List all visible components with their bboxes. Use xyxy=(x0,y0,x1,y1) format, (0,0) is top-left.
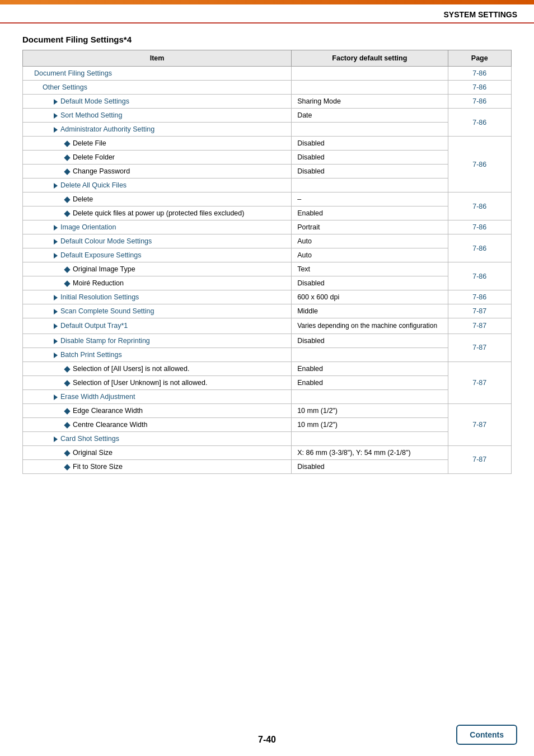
item-label: Delete Folder xyxy=(73,153,115,161)
item-label[interactable]: Sort Method Setting xyxy=(60,111,122,119)
item-label[interactable]: Delete All Quick Files xyxy=(60,181,127,189)
page-ref: 7-86 xyxy=(448,290,512,304)
arrow-icon xyxy=(54,225,58,231)
factory-value: Text xyxy=(292,262,448,276)
factory-value xyxy=(292,81,448,95)
col-factory: Factory default setting xyxy=(292,50,448,67)
section-title: Document Filing Settings*4 xyxy=(22,35,512,44)
table-row: Selection of [User Unknown] is not allow… xyxy=(23,375,292,389)
col-item: Item xyxy=(23,50,292,67)
settings-table: Item Factory default setting Page Docume… xyxy=(22,50,512,474)
factory-value: Disabled xyxy=(292,165,448,179)
item-label[interactable]: Default Exposure Settings xyxy=(60,251,142,259)
item-label[interactable]: Administrator Authority Setting xyxy=(60,125,154,133)
col-page: Page xyxy=(448,50,512,67)
arrow-icon xyxy=(54,323,58,329)
diamond-icon xyxy=(64,266,70,273)
arrow-icon xyxy=(54,309,58,314)
item-label[interactable]: Other Settings xyxy=(43,83,87,91)
item-label[interactable]: Default Output Tray*1 xyxy=(60,322,128,330)
table-row: Card Shot Settings xyxy=(23,431,292,445)
diamond-icon xyxy=(64,168,70,175)
table-row: Document Filing Settings xyxy=(23,67,292,81)
page-ref: 7-86 xyxy=(448,262,512,290)
table-row: Delete File xyxy=(23,137,292,151)
page-ref: 7-86 xyxy=(448,95,512,109)
page-number: 7-40 xyxy=(184,735,350,745)
table-row: Delete All Quick Files xyxy=(23,179,292,192)
table-row: Scan Complete Sound Setting xyxy=(23,304,292,318)
diamond-icon xyxy=(64,422,70,428)
factory-value: Middle xyxy=(292,304,448,318)
item-label: Delete File xyxy=(73,139,106,147)
table-row: Default Exposure Settings xyxy=(23,248,292,262)
table-row: Fit to Store Size xyxy=(23,459,292,473)
factory-value xyxy=(292,179,448,192)
diamond-icon xyxy=(64,408,70,414)
system-settings-label: SYSTEM SETTINGS xyxy=(444,10,517,19)
diamond-icon xyxy=(64,280,70,287)
table-row: Default Output Tray*1 xyxy=(23,318,292,334)
arrow-icon xyxy=(54,113,58,119)
factory-value: Disabled xyxy=(292,334,448,348)
arrow-icon xyxy=(54,183,58,189)
arrow-icon xyxy=(54,239,58,245)
footer: 7-40 Contents xyxy=(0,719,534,756)
item-label: Moiré Reduction xyxy=(73,279,124,287)
factory-value: Disabled xyxy=(292,137,448,151)
factory-value: Disabled xyxy=(292,151,448,165)
item-label[interactable]: Batch Print Settings xyxy=(60,351,122,359)
factory-value: Date xyxy=(292,109,448,123)
diamond-icon xyxy=(64,450,70,456)
page-ref: 7-86 xyxy=(448,234,512,262)
item-label: Change Password xyxy=(73,167,130,175)
item-label[interactable]: Image Orientation xyxy=(60,223,116,231)
item-label: Original Size xyxy=(73,449,113,457)
factory-value xyxy=(292,67,448,81)
table-row: Batch Print Settings xyxy=(23,348,292,361)
diamond-icon xyxy=(64,196,70,203)
contents-button[interactable]: Contents xyxy=(456,725,517,745)
factory-value: 10 mm (1/2") xyxy=(292,403,448,417)
item-label[interactable]: Erase Width Adjustment xyxy=(60,393,135,401)
page-ref: 7-86 xyxy=(448,137,512,192)
factory-value: Enabled xyxy=(292,375,448,389)
item-label: Selection of [User Unknown] is not allow… xyxy=(73,379,207,387)
item-label[interactable]: Default Colour Mode Settings xyxy=(60,237,152,245)
top-bar xyxy=(0,0,534,4)
table-row: Moiré Reduction xyxy=(23,276,292,290)
item-label[interactable]: Default Mode Settings xyxy=(60,97,129,105)
page-ref: 7-86 xyxy=(448,192,512,220)
header-title: SYSTEM SETTINGS xyxy=(0,4,534,24)
factory-value: Auto xyxy=(292,248,448,262)
table-row: Delete xyxy=(23,192,292,206)
arrow-icon xyxy=(54,353,58,358)
factory-value: Enabled xyxy=(292,206,448,220)
arrow-icon xyxy=(54,436,58,442)
factory-value: Disabled xyxy=(292,459,448,473)
item-label[interactable]: Document Filing Settings xyxy=(34,69,112,77)
factory-value: 600 x 600 dpi xyxy=(292,290,448,304)
item-label[interactable]: Initial Resolution Settings xyxy=(60,293,139,301)
factory-value: Enabled xyxy=(292,361,448,375)
page-ref: 7-86 xyxy=(448,109,512,137)
factory-value: Sharing Mode xyxy=(292,95,448,109)
table-row: Selection of [All Users] is not allowed. xyxy=(23,361,292,375)
factory-value: – xyxy=(292,192,448,206)
page-ref: 7-87 xyxy=(448,304,512,318)
page-ref: 7-87 xyxy=(448,361,512,403)
page-ref: 7-86 xyxy=(448,220,512,234)
table-row: Centre Clearance Width xyxy=(23,417,292,431)
table-row: Change Password xyxy=(23,165,292,179)
page-content: Document Filing Settings*4 Item Factory … xyxy=(0,24,534,485)
table-row: Administrator Authority Setting xyxy=(23,123,292,137)
arrow-icon xyxy=(54,395,58,400)
item-label[interactable]: Disable Stamp for Reprinting xyxy=(60,337,150,345)
factory-value xyxy=(292,389,448,403)
table-row: Initial Resolution Settings xyxy=(23,290,292,304)
page-ref: 7-87 xyxy=(448,445,512,473)
item-label[interactable]: Card Shot Settings xyxy=(60,435,119,443)
item-label[interactable]: Scan Complete Sound Setting xyxy=(60,307,154,315)
table-row: Disable Stamp for Reprinting xyxy=(23,334,292,348)
page-ref: 7-87 xyxy=(448,403,512,445)
